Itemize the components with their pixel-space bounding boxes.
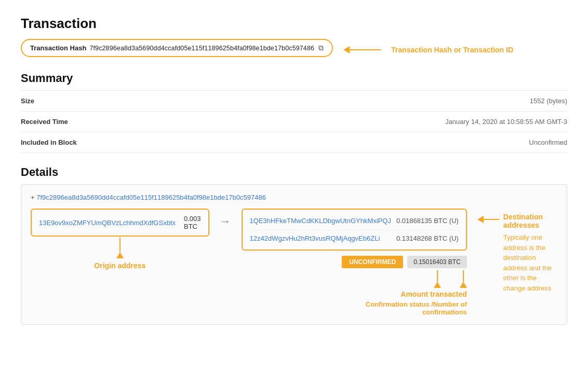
origin-arrow-line (119, 238, 121, 252)
summary-key-block: Included in Block (21, 139, 77, 146)
dest-annotation-block: Destination addresses Typically one addr… (477, 209, 557, 293)
dest-addr-1[interactable]: 1QE3hHFkeTMwCdKKLDbgwUtnGYhkMxiPQJ (250, 217, 391, 225)
details-title: Details (21, 165, 567, 179)
confirm-arrow-head (434, 282, 441, 288)
unconfirmed-button[interactable]: UNCONFIRMED (342, 256, 403, 268)
dest-arrow-line (484, 219, 499, 220)
tx-hash-arrow (343, 46, 381, 53)
amount-transacted-label: Amount transacted (400, 290, 467, 298)
dest-row-2: 12z42dWgzvHu2hRt3vusRQMjAqgvEb6ZLi 0.131… (250, 230, 459, 244)
details-box: 7f9c2896ea8d3a5690dd4ccafd05e115f1189625… (21, 184, 567, 325)
summary-section: Size 1552 (bytes) Received Time January … (21, 90, 567, 153)
dest-annotation-label: Destination addresses (503, 213, 557, 229)
bottom-arrows-row (242, 269, 467, 288)
arrow-line (350, 49, 381, 50)
page-title: Transaction (21, 16, 567, 32)
btc-total: 0.15016403 BTC (407, 256, 467, 268)
dest-ann-text-block: Destination addresses Typically one addr… (503, 213, 557, 293)
bottom-labels: Amount transacted Confirmation status /N… (242, 290, 467, 316)
flow-arrow-icon: → (220, 215, 231, 228)
confirmation-arrow-block (434, 269, 441, 288)
summary-row-received: Received Time January 14, 2020 at 10:58:… (21, 112, 567, 132)
summary-row-size: Size 1552 (bytes) (21, 90, 567, 112)
tx-hash-value: 7f9c2896ea8d3a5690dd4ccafd05e115f1189625… (89, 45, 314, 52)
dest-arrow-head (477, 216, 484, 223)
details-tx-link[interactable]: 7f9c2896ea8d3a5690dd4ccafd05e115f1189625… (31, 194, 266, 201)
amount-arrow (460, 270, 467, 288)
tx-hash-box: Transaction Hash 7f9c2896ea8d3a5690dd4cc… (21, 39, 333, 57)
dest-annotation-note: Typically one address is the destination… (503, 232, 557, 293)
summary-key-size: Size (21, 97, 34, 105)
confirmation-label: Confirmation status /Number of confirmat… (322, 300, 467, 316)
dest-box: 1QE3hHFkeTMwCdKKLDbgwUtnGYhkMxiPQJ 0.018… (242, 209, 467, 251)
mid-arrow: → (220, 209, 231, 228)
confirm-arrow (434, 270, 441, 288)
amount-arrow-head (460, 282, 467, 288)
origin-address[interactable]: 13E9ov9xoZMFYUmQBVzLchhmdXdfGSxbtx (39, 219, 176, 227)
dest-row-1: 1QE3hHFkeTMwCdKKLDbgwUtnGYhkMxiPQJ 0.018… (250, 215, 459, 227)
dest-ann-arrow (477, 213, 499, 223)
summary-value-size: 1552 (bytes) (530, 97, 567, 105)
summary-value-received: January 14, 2020 at 10:58:55 AM GMT-3 (445, 118, 567, 126)
amount-arrow-line (463, 270, 464, 282)
copy-icon[interactable]: ⧉ (318, 44, 324, 52)
arrow-head (343, 46, 350, 53)
summary-key-received: Received Time (21, 118, 68, 126)
origin-arrow-head (116, 252, 124, 258)
tx-hash-label: Transaction Hash (30, 44, 86, 52)
summary-title: Summary (21, 72, 567, 85)
summary-value-block: Unconfirmed (529, 139, 567, 146)
dest-addr-2[interactable]: 12z42dWgzvHu2hRt3vusRQMjAqgvEb6ZLi (250, 234, 380, 242)
origin-label: Origin address (94, 261, 145, 270)
dest-amount-2: 0.13148268 BTC (U) (396, 234, 459, 242)
origin-section: 13E9ov9xoZMFYUmQBVzLchhmdXdfGSxbtx 0.003… (31, 209, 209, 270)
origin-box: 13E9ov9xoZMFYUmQBVzLchhmdXdfGSxbtx 0.003… (31, 209, 209, 237)
summary-row-block: Included in Block Unconfirmed (21, 132, 567, 153)
footer-row: UNCONFIRMED 0.15016403 BTC (242, 256, 467, 268)
tx-flow-row: 13E9ov9xoZMFYUmQBVzLchhmdXdfGSxbtx 0.003… (31, 209, 557, 316)
dest-amount-1: 0.01868135 BTC (U) (396, 217, 459, 225)
origin-label-area: Origin address (94, 261, 145, 270)
origin-arrow (116, 238, 124, 258)
confirm-arrow-line (437, 270, 438, 282)
amount-arrow-block (460, 269, 467, 288)
tx-hash-annotation: Transaction Hash or Transaction ID (391, 46, 513, 54)
dest-section: 1QE3hHFkeTMwCdKKLDbgwUtnGYhkMxiPQJ 0.018… (242, 209, 467, 316)
origin-amount: 0.003 BTC (184, 215, 201, 230)
